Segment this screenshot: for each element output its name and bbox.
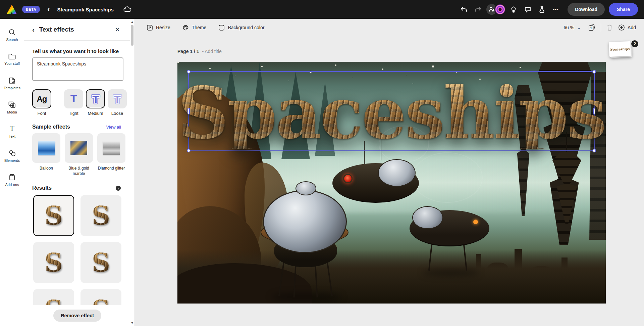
balloon-glyph: Ag — [38, 141, 55, 155]
collaborators — [486, 3, 506, 16]
panel-bottom-bar: Remove effect — [24, 305, 130, 326]
zoom-control[interactable]: 66 % ⌄ — [564, 25, 581, 30]
marble-glyph: Ag — [70, 141, 87, 155]
sidebar-item-your-stuff[interactable]: Your stuff — [0, 47, 24, 71]
sidebar-item-text[interactable]: T Text — [0, 120, 24, 144]
tight-option-button[interactable]: T — [64, 89, 83, 108]
add-label: Add — [628, 25, 636, 30]
theme-button[interactable]: Theme — [182, 25, 207, 31]
sidebar-item-media[interactable]: Media — [0, 95, 24, 120]
medium-glyph-icon: T T — [89, 92, 103, 106]
result-option-1[interactable]: S — [33, 195, 74, 236]
sidebar-label: Templates — [4, 86, 20, 90]
comment-button[interactable] — [521, 3, 534, 16]
page-indicator-label[interactable]: Page 1 / 1 - Add title — [177, 49, 222, 54]
folder-icon — [8, 53, 16, 60]
diamond-glitter-effect-button[interactable]: Ag — [97, 133, 125, 163]
glitter-glyph: Ag — [103, 141, 120, 155]
adobe-express-logo[interactable] — [6, 4, 17, 14]
sidebar-item-search[interactable]: Search — [0, 23, 24, 47]
artwork-ship-shadow — [422, 269, 479, 276]
sidebar-item-add-ons[interactable]: Add-ons — [0, 168, 24, 192]
ideas-lightbulb-button[interactable] — [507, 3, 520, 16]
result-option-2[interactable]: S — [80, 195, 121, 236]
canvas-toolbar: Resize Theme Background color 66 % ⌄ 1 — [135, 19, 644, 36]
result-option-4[interactable]: S — [80, 242, 121, 283]
panel-title: Text effects — [39, 26, 114, 33]
blue-gold-marble-effect-button[interactable]: Ag — [65, 133, 93, 163]
scroll-down-arrow[interactable]: ▼ — [130, 321, 134, 325]
view-all-link[interactable]: View all — [106, 125, 121, 130]
delete-page-button[interactable] — [606, 24, 613, 31]
add-title-text[interactable]: - Add title — [202, 49, 221, 54]
balloon-effect-button[interactable]: Ag — [32, 133, 60, 163]
panel-divider — [24, 40, 130, 41]
undo-button[interactable] — [458, 3, 470, 16]
user-avatar[interactable] — [494, 4, 506, 15]
design-canvas[interactable]: Spaceships — [177, 62, 606, 304]
document-title[interactable]: Steampunk Spaceships — [57, 7, 113, 12]
left-rail: Search Your stuff Templates Media T Text… — [0, 19, 24, 326]
medium-option-button[interactable]: T T — [86, 89, 105, 108]
artwork-airship-top-mast — [364, 141, 365, 165]
artwork-airship-left-hull — [263, 190, 347, 253]
sidebar-label: Search — [6, 38, 18, 42]
top-bar: BETA ‹ Steampunk Spaceships ••• Download… — [0, 0, 644, 19]
beaker-labs-button[interactable] — [535, 3, 548, 16]
loose-glyph: T — [114, 94, 120, 105]
loose-option-button[interactable]: T T — [108, 89, 127, 108]
result-glyph: S — [92, 248, 110, 278]
svg-text:T: T — [10, 125, 14, 133]
download-button[interactable]: Download — [568, 3, 605, 16]
style-option-label: Loose — [111, 111, 123, 116]
result-option-3[interactable]: S — [33, 242, 74, 283]
artwork-airship-top-mast — [381, 136, 381, 160]
toolbar-separator — [601, 24, 601, 32]
scroll-up-arrow[interactable]: ▲ — [130, 19, 134, 24]
scrollbar-thumb[interactable] — [131, 25, 133, 46]
artwork-bokeh-dots — [177, 62, 179, 63]
artwork-airship-left-dome — [296, 181, 316, 195]
sidebar-item-templates[interactable]: Templates — [0, 71, 24, 95]
font-option-button[interactable]: Ag — [32, 89, 51, 108]
share-button[interactable]: Share — [609, 3, 638, 16]
artwork-airship-top-dome — [378, 159, 416, 187]
zoom-value: 66 % — [564, 25, 574, 30]
style-option-label: Tight — [69, 111, 78, 116]
loose-glyph-icon: T T — [110, 92, 124, 106]
artwork-antenna — [566, 132, 567, 153]
style-option-loose: T T Loose — [108, 89, 127, 116]
remove-effect-button[interactable]: Remove effect — [53, 310, 101, 322]
chevron-down-icon: ⌄ — [577, 25, 581, 30]
sample-effect-balloon: Ag Balloon — [32, 133, 60, 176]
pages-view-button[interactable]: 1 — [588, 24, 595, 31]
info-icon[interactable] — [115, 185, 121, 191]
elements-icon — [8, 149, 16, 157]
page-thumbnail[interactable]: Spaceships — [609, 41, 631, 57]
sample-effect-label: Diamond glitter — [98, 166, 125, 171]
sample-effect-label: Balloon — [40, 166, 53, 171]
resize-button[interactable]: Resize — [147, 25, 170, 31]
add-page-button[interactable]: Add — [618, 24, 636, 31]
back-button[interactable]: ‹ — [47, 6, 50, 13]
background-color-button[interactable]: Background color — [218, 25, 264, 31]
workspace: Resize Theme Background color 66 % ⌄ 1 — [135, 19, 644, 326]
style-option-label: Font — [37, 111, 46, 116]
trash-icon — [606, 24, 613, 31]
panel-back-button[interactable]: ‹ — [32, 26, 35, 34]
resize-label: Resize — [156, 25, 170, 30]
theme-label: Theme — [192, 25, 207, 30]
style-options: Ag Font T Tight T T Medium — [32, 89, 121, 116]
effect-prompt-input[interactable]: Steampunk Spaceships — [32, 57, 123, 81]
page-count-badge: 2 — [631, 40, 639, 48]
sidebar-item-elements[interactable]: Elements — [0, 144, 24, 168]
panel-close-button[interactable]: ✕ — [114, 25, 121, 35]
redo-button[interactable] — [472, 3, 484, 16]
search-icon — [8, 29, 16, 36]
panel-scrollbar[interactable]: ▲ ▼ — [130, 19, 134, 326]
sidebar-label: Your stuff — [4, 61, 20, 65]
more-options-button[interactable]: ••• — [549, 3, 562, 16]
cloud-sync-icon[interactable] — [121, 3, 134, 16]
result-glyph: S — [92, 201, 110, 231]
sample-effects-row: Ag Balloon Ag Blue & gold marble Ag Diam… — [32, 133, 121, 176]
